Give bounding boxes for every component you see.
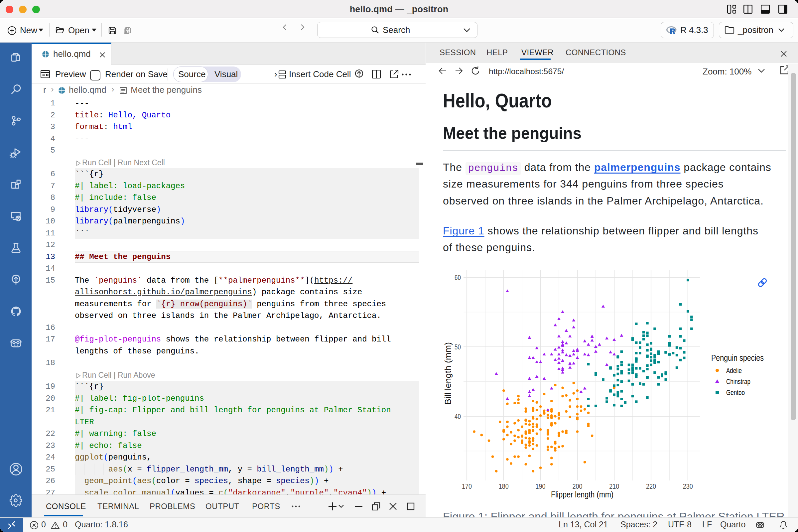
svg-text:Gentoo: Gentoo	[726, 388, 745, 397]
svg-text:180: 180	[499, 482, 509, 491]
svg-text:230: 230	[683, 482, 693, 491]
svg-text:Penguin species: Penguin species	[711, 353, 764, 363]
svg-text:Bill length (mm): Bill length (mm)	[443, 342, 453, 405]
svg-text:220: 220	[646, 482, 656, 491]
svg-text:Flipper length (mm): Flipper length (mm)	[551, 490, 613, 499]
svg-text:Adelie: Adelie	[726, 366, 742, 375]
svg-text:40: 40	[455, 412, 461, 421]
svg-text:190: 190	[536, 482, 546, 491]
svg-text:170: 170	[462, 482, 472, 491]
svg-text:50: 50	[455, 343, 461, 351]
svg-text:Chinstrap: Chinstrap	[726, 377, 750, 386]
svg-text:60: 60	[455, 273, 461, 282]
